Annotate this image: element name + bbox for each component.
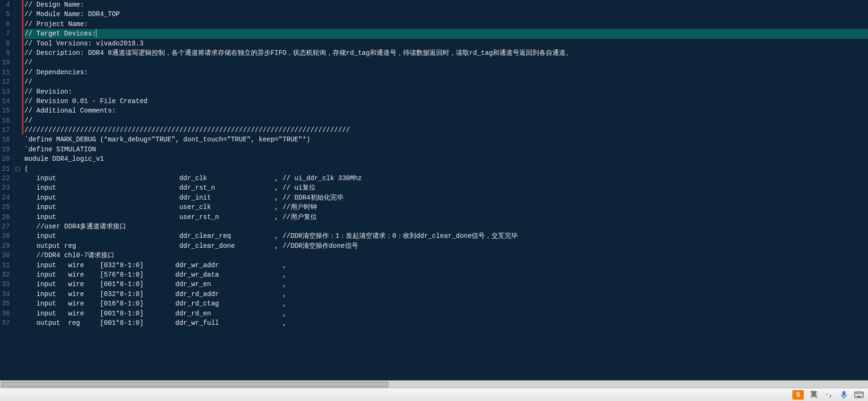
line-number: 36: [0, 309, 14, 318]
code-editor[interactable]: 4567891011121314151617181920212223242526…: [0, 0, 868, 328]
line-number: 27: [0, 222, 14, 231]
code-line[interactable]: input ddr_clk , // ui_ddr_clk 330Mhz: [25, 174, 868, 183]
line-number: 25: [0, 202, 14, 212]
code-line[interactable]: // Revision 0.01 - File Created: [25, 96, 868, 106]
line-number: 37: [0, 318, 14, 328]
svg-rect-4: [857, 393, 858, 394]
code-line[interactable]: input user_clk , //用户时钟: [25, 202, 868, 212]
ime-lang-indicator[interactable]: 英: [808, 390, 819, 400]
code-line[interactable]: //: [25, 116, 868, 125]
svg-rect-6: [860, 393, 861, 394]
svg-rect-8: [857, 396, 861, 397]
line-number: 20: [0, 154, 14, 164]
code-line[interactable]: input wire [576*8-1:0] ddr_wr_data ,: [25, 270, 868, 279]
line-number: 17: [0, 125, 14, 135]
line-number: 33: [0, 279, 14, 289]
code-line[interactable]: // Additional Comments:: [25, 106, 868, 115]
line-number: 12: [0, 77, 14, 87]
code-area[interactable]: // Design Name:// Module Name: DDR4_TOP/…: [24, 0, 868, 328]
microphone-icon[interactable]: [839, 390, 849, 400]
horizontal-scrollbar[interactable]: [0, 380, 868, 388]
code-line[interactable]: // Target Devices:: [25, 29, 868, 38]
code-line[interactable]: input ddr_init , // DDR4初始化完毕: [25, 193, 868, 202]
code-line[interactable]: // Project Name:: [25, 19, 868, 29]
line-number: 21: [0, 164, 14, 174]
line-number: 29: [0, 241, 14, 251]
code-line[interactable]: `define SIMULATION: [25, 145, 868, 154]
code-line[interactable]: // Dependencies:: [25, 68, 868, 77]
line-number: 22: [0, 174, 14, 183]
code-line[interactable]: // Revision:: [25, 87, 868, 96]
code-line[interactable]: input wire [032*8-1:0] ddr_wr_addr ,: [25, 261, 868, 270]
line-number: 19: [0, 145, 14, 154]
svg-rect-0: [842, 391, 845, 396]
line-number: 16: [0, 116, 14, 125]
line-number: 32: [0, 270, 14, 279]
code-line[interactable]: // Description: DDR4 8通道读写逻辑控制，各个通道将请求存储…: [25, 48, 868, 58]
line-number: 15: [0, 106, 14, 115]
code-line[interactable]: input wire [001*8-1:0] ddr_wr_en ,: [25, 279, 868, 289]
code-line[interactable]: `define MARK_DEBUG (*mark_debug="TRUE", …: [25, 135, 868, 144]
code-line[interactable]: //user DDR4多通道请求接口: [25, 222, 868, 231]
line-number: 11: [0, 68, 14, 77]
text-cursor: [96, 29, 96, 37]
line-number: 8: [0, 39, 14, 48]
status-bar: S 英 ·,: [0, 388, 868, 401]
code-line[interactable]: output reg ddr_clear_done , //DDR清空操作don…: [25, 241, 868, 251]
svg-rect-5: [859, 393, 859, 394]
line-number: 13: [0, 87, 14, 96]
code-line[interactable]: input user_rst_n , //用户复位: [25, 212, 868, 222]
line-number: 28: [0, 231, 14, 241]
code-line[interactable]: input ddr_clear_req , //DDR清空操作：1：发起清空请求…: [25, 231, 868, 241]
line-number: 31: [0, 261, 14, 270]
line-number: 26: [0, 212, 14, 222]
line-number: 4: [0, 0, 14, 9]
code-line[interactable]: // Module Name: DDR4_TOP: [25, 9, 868, 19]
code-line[interactable]: // Design Name:: [25, 0, 868, 9]
svg-rect-7: [861, 393, 862, 394]
line-number: 7: [0, 29, 14, 38]
code-line[interactable]: // Tool Versions: vivado2018.3: [25, 39, 868, 48]
svg-rect-3: [856, 393, 857, 394]
line-number: 35: [0, 299, 14, 308]
ime-punct-indicator[interactable]: ·,: [824, 390, 834, 400]
line-number: 14: [0, 96, 14, 106]
code-line[interactable]: //: [25, 58, 868, 67]
line-number: 24: [0, 193, 14, 202]
code-line[interactable]: input wire [016*8-1:0] ddr_rd_ctag ,: [25, 299, 868, 308]
code-line[interactable]: input wire [032*8-1:0] ddr_rd_addr ,: [25, 289, 868, 299]
line-number: 34: [0, 289, 14, 299]
code-line[interactable]: ////////////////////////////////////////…: [25, 125, 868, 135]
line-number: 18: [0, 135, 14, 144]
line-number: 30: [0, 251, 14, 260]
code-line[interactable]: input ddr_rst_n , // ui复位: [25, 183, 868, 192]
code-line[interactable]: (: [25, 164, 868, 174]
line-number: 10: [0, 58, 14, 67]
line-number: 23: [0, 183, 14, 192]
code-line[interactable]: output reg [001*8-1:0] ddr_wr_full ,: [25, 318, 868, 328]
fold-column[interactable]: -: [14, 0, 22, 328]
code-line[interactable]: input wire [001*8-1:0] ddr_rd_en ,: [25, 309, 868, 318]
line-number: 9: [0, 48, 14, 58]
code-line[interactable]: //: [25, 77, 868, 87]
code-line[interactable]: //DDR4 chl0-7请求接口: [25, 251, 868, 260]
keyboard-icon[interactable]: [854, 390, 864, 400]
line-number-gutter: 4567891011121314151617181920212223242526…: [0, 0, 14, 328]
line-number: 6: [0, 19, 14, 29]
scrollbar-thumb[interactable]: [1, 382, 388, 387]
line-number: 5: [0, 9, 14, 19]
code-line[interactable]: module DDR4_logic_v1: [25, 154, 868, 164]
fold-toggle-icon[interactable]: -: [16, 167, 20, 171]
ime-sogou-icon[interactable]: S: [792, 390, 804, 400]
svg-rect-2: [855, 392, 863, 398]
